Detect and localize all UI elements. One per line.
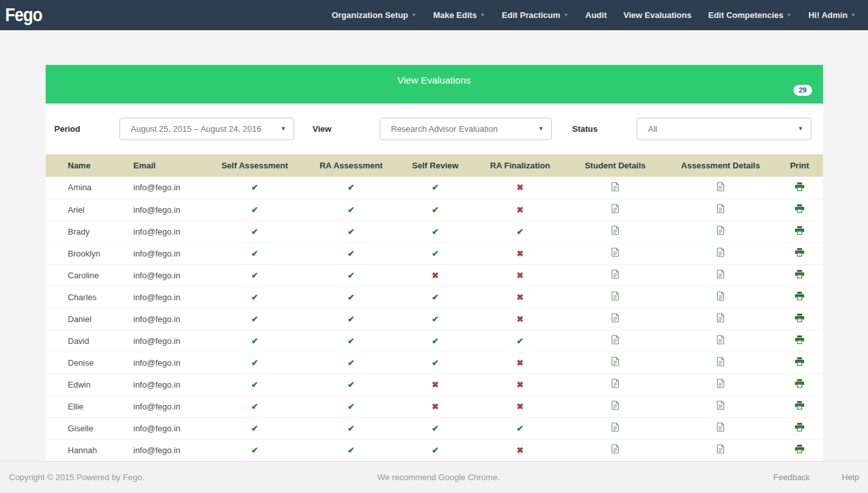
document-icon[interactable] xyxy=(716,269,725,280)
printer-icon[interactable] xyxy=(795,379,804,388)
document-icon[interactable] xyxy=(716,291,725,301)
chevron-down-icon: ▼ xyxy=(563,12,569,18)
status-cell-ra-finalization: ✖ xyxy=(475,308,566,330)
check-icon: ✔ xyxy=(517,336,524,346)
student-name: David xyxy=(46,330,111,352)
student-email: info@fego.in xyxy=(111,373,204,395)
status-cell-self-assessment: ✔ xyxy=(204,286,306,308)
status-cell-self-assessment: ✔ xyxy=(204,308,306,330)
table-row: Hannahinfo@fego.in✔✔✔✖ xyxy=(46,439,823,461)
document-icon[interactable] xyxy=(716,378,725,389)
check-icon: ✔ xyxy=(251,402,258,411)
check-icon: ✔ xyxy=(432,424,439,433)
printer-icon[interactable] xyxy=(795,335,804,345)
status-cell-ra-assessment: ✔ xyxy=(306,286,396,308)
status-cell-self-review: ✔ xyxy=(396,286,475,308)
status-cell-self-assessment: ✔ xyxy=(204,352,306,373)
student-name: Denise xyxy=(46,352,111,373)
column-header-print: Print xyxy=(777,154,823,177)
document-icon[interactable] xyxy=(610,422,620,433)
document-icon[interactable] xyxy=(610,203,620,214)
printer-icon[interactable] xyxy=(795,400,804,410)
help-link[interactable]: Help xyxy=(842,472,859,482)
check-icon: ✔ xyxy=(348,271,355,280)
feedback-link[interactable]: Feedback xyxy=(774,472,810,482)
view-select[interactable]: Research Advisor Evaluation xyxy=(380,118,552,140)
printer-icon[interactable] xyxy=(795,182,804,192)
printer-icon[interactable] xyxy=(795,226,804,235)
student-details-cell xyxy=(566,373,665,395)
student-name: Hannah xyxy=(46,439,111,461)
printer-icon[interactable] xyxy=(795,313,804,323)
nav-item-label: View Evaluations xyxy=(623,10,691,20)
printer-icon[interactable] xyxy=(795,247,804,257)
document-icon[interactable] xyxy=(716,334,725,345)
nav-item-view-evaluations[interactable]: View Evaluations xyxy=(615,10,700,20)
document-icon[interactable] xyxy=(716,356,725,367)
student-details-cell xyxy=(566,242,665,264)
brand-logo[interactable]: Fego xyxy=(5,4,42,26)
document-icon[interactable] xyxy=(716,181,725,192)
cross-icon: ✖ xyxy=(432,380,439,390)
nav-item-audit[interactable]: Audit xyxy=(577,10,615,20)
nav-item-label: Audit xyxy=(585,10,607,20)
browser-recommendation: We recommend Google Chrome. xyxy=(369,472,508,482)
student-email: info@fego.in xyxy=(111,395,204,417)
nav-item-edit-practicum[interactable]: Edit Practicum▼ xyxy=(493,10,577,20)
check-icon: ✔ xyxy=(251,271,258,280)
student-name: Ellie xyxy=(46,395,111,417)
table-row: Deniseinfo@fego.in✔✔✔✖ xyxy=(46,352,823,373)
check-icon: ✔ xyxy=(348,424,355,433)
nav-item-organization-setup[interactable]: Organization Setup▼ xyxy=(323,10,425,20)
table-row: Brooklyninfo@fego.in✔✔✔✖ xyxy=(46,242,823,264)
student-details-cell xyxy=(566,264,665,286)
status-cell-ra-finalization: ✖ xyxy=(475,373,566,395)
status-cell-self-review: ✔ xyxy=(396,417,475,439)
document-icon[interactable] xyxy=(716,400,725,411)
document-icon[interactable] xyxy=(610,269,620,280)
printer-icon[interactable] xyxy=(795,204,804,213)
printer-icon[interactable] xyxy=(795,422,804,432)
status-cell-self-review: ✖ xyxy=(396,264,475,286)
status-cell-ra-finalization: ✖ xyxy=(475,439,566,461)
status-cell-ra-assessment: ✔ xyxy=(306,330,396,352)
document-icon[interactable] xyxy=(610,356,620,367)
document-icon[interactable] xyxy=(610,378,620,389)
document-icon[interactable] xyxy=(716,225,725,236)
printer-icon[interactable] xyxy=(795,357,804,366)
table-row: Carolineinfo@fego.in✔✔✖✖ xyxy=(46,264,823,286)
status-select[interactable]: All xyxy=(637,118,811,140)
table-row: Bradyinfo@fego.in✔✔✔✔ xyxy=(46,220,823,242)
document-icon[interactable] xyxy=(716,422,725,433)
print-cell xyxy=(777,330,823,352)
document-icon[interactable] xyxy=(610,400,620,411)
document-icon[interactable] xyxy=(610,247,620,258)
nav-item-make-edits[interactable]: Make Edits▼ xyxy=(425,10,493,20)
printer-icon[interactable] xyxy=(795,444,804,454)
document-icon[interactable] xyxy=(610,312,620,323)
document-icon[interactable] xyxy=(610,181,620,192)
document-icon[interactable] xyxy=(716,312,725,323)
status-cell-ra-finalization: ✖ xyxy=(475,242,566,264)
document-icon[interactable] xyxy=(610,444,620,454)
status-cell-self-assessment: ✔ xyxy=(204,177,306,199)
student-email: info@fego.in xyxy=(111,177,204,199)
print-cell xyxy=(777,352,823,373)
nav-item-hi-admin[interactable]: Hi! Admin▼ xyxy=(800,10,864,20)
nav-item-edit-competencies[interactable]: Edit Competencies▼ xyxy=(700,10,800,20)
table-row: Davidinfo@fego.in✔✔✔✔ xyxy=(46,330,823,352)
period-select[interactable]: August 25, 2015 – August 24, 2016 xyxy=(120,118,294,140)
document-icon[interactable] xyxy=(716,203,725,214)
document-icon[interactable] xyxy=(716,247,725,258)
document-icon[interactable] xyxy=(610,225,620,236)
check-icon: ✔ xyxy=(348,380,355,390)
document-icon[interactable] xyxy=(610,334,620,345)
column-header-ra-finalization: RA Finalization xyxy=(475,154,566,177)
nav-item-label: Hi! Admin xyxy=(808,10,847,20)
document-icon[interactable] xyxy=(610,291,620,301)
printer-icon[interactable] xyxy=(795,291,804,301)
printer-icon[interactable] xyxy=(795,269,804,279)
document-icon[interactable] xyxy=(716,444,725,454)
student-details-cell xyxy=(566,330,665,352)
table-row: Charlesinfo@fego.in✔✔✔✖ xyxy=(46,286,823,308)
